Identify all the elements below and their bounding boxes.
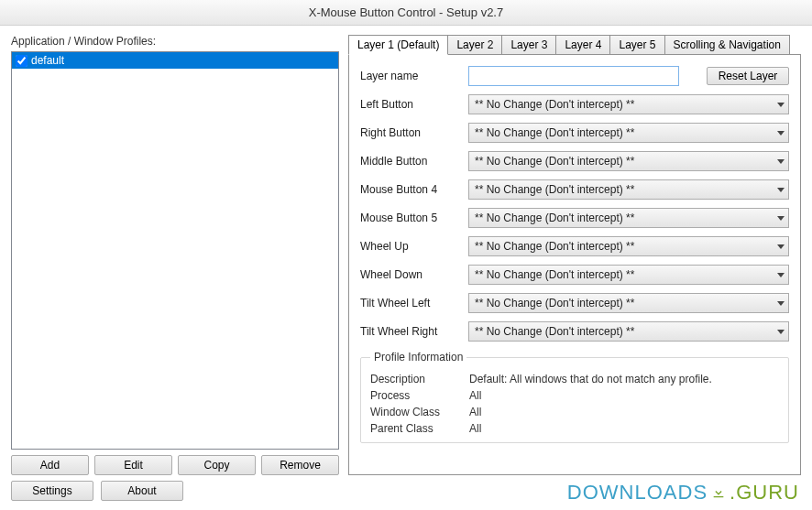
right-button-label: Right Button — [360, 126, 459, 139]
middle-button-combo[interactable]: ** No Change (Don't intercept) ** — [468, 151, 789, 171]
info-process: Process All — [370, 389, 779, 402]
profile-item-default[interactable]: default — [12, 52, 338, 69]
info-label: Window Class — [370, 406, 469, 418]
watermark-text-b: .GURU — [730, 481, 799, 505]
combo-value: ** No Change (Don't intercept) ** — [475, 155, 772, 168]
layer-name-input[interactable] — [468, 66, 679, 86]
middle-button-label: Middle Button — [360, 155, 459, 168]
wheel-up-label: Wheel Up — [360, 240, 459, 253]
chevron-down-icon — [777, 244, 785, 249]
main-row: Application / Window Profiles: default A… — [11, 35, 801, 475]
combo-value: ** No Change (Don't intercept) ** — [475, 212, 772, 224]
copy-button[interactable]: Copy — [178, 455, 256, 475]
combo-value: ** No Change (Don't intercept) ** — [475, 240, 772, 253]
window-body: Application / Window Profiles: default A… — [0, 26, 812, 510]
chevron-down-icon — [777, 131, 785, 136]
chevron-down-icon — [777, 330, 785, 334]
edit-button[interactable]: Edit — [94, 455, 172, 475]
chevron-down-icon — [777, 273, 785, 277]
profile-checkbox[interactable] — [16, 55, 27, 67]
wheel-down-combo[interactable]: ** No Change (Don't intercept) ** — [468, 265, 789, 285]
left-button-combo[interactable]: ** No Change (Don't intercept) ** — [468, 94, 789, 114]
layer-name-label: Layer name — [360, 70, 459, 82]
combo-value: ** No Change (Don't intercept) ** — [475, 183, 772, 196]
info-parent-class: Parent Class All — [370, 422, 779, 435]
info-description: Description Default: All windows that do… — [370, 373, 779, 385]
mouse-button-5-label: Mouse Button 5 — [360, 212, 459, 224]
profile-buttons: Add Edit Copy Remove — [11, 455, 339, 475]
tilt-left-label: Tilt Wheel Left — [360, 297, 459, 309]
watermark: DOWNLOADS .GURU — [567, 481, 799, 505]
about-button[interactable]: About — [101, 481, 183, 501]
layer-form: Layer name Reset Layer Left Button ** No… — [360, 66, 789, 342]
chevron-down-icon — [777, 159, 785, 164]
mouse-button-4-combo[interactable]: ** No Change (Don't intercept) ** — [468, 179, 789, 200]
info-value: All — [469, 389, 779, 402]
left-button-label: Left Button — [360, 98, 459, 111]
wheel-down-label: Wheel Down — [360, 268, 459, 281]
profile-name: default — [31, 54, 64, 67]
combo-value: ** No Change (Don't intercept) ** — [475, 268, 772, 281]
tab-layer3[interactable]: Layer 3 — [501, 35, 556, 54]
window-title: X-Mouse Button Control - Setup v2.7 — [0, 0, 812, 26]
tab-layer2[interactable]: Layer 2 — [447, 35, 502, 54]
tilt-left-combo[interactable]: ** No Change (Don't intercept) ** — [468, 293, 789, 313]
tab-layer4[interactable]: Layer 4 — [555, 35, 610, 54]
chevron-down-icon — [777, 188, 785, 192]
info-window-class: Window Class All — [370, 406, 779, 418]
wheel-up-combo[interactable]: ** No Change (Don't intercept) ** — [468, 236, 789, 256]
reset-layer-button[interactable]: Reset Layer — [707, 67, 789, 85]
tilt-right-label: Tilt Wheel Right — [360, 325, 459, 338]
layer-panel: Layer 1 (Default) Layer 2 Layer 3 Layer … — [348, 35, 801, 475]
add-button[interactable]: Add — [11, 455, 89, 475]
mouse-button-4-label: Mouse Button 4 — [360, 183, 459, 196]
tab-layer1[interactable]: Layer 1 (Default) — [348, 35, 448, 55]
info-value: All — [469, 406, 779, 418]
combo-value: ** No Change (Don't intercept) ** — [475, 297, 772, 309]
watermark-text-a: DOWNLOADS — [567, 481, 708, 505]
chevron-down-icon — [777, 216, 785, 221]
info-label: Process — [370, 389, 469, 402]
profiles-label: Application / Window Profiles: — [11, 35, 339, 48]
tab-strip: Layer 1 (Default) Layer 2 Layer 3 Layer … — [348, 35, 801, 54]
chevron-down-icon — [777, 301, 785, 306]
profile-info: Profile Information Description Default:… — [360, 351, 789, 443]
chevron-down-icon — [777, 103, 785, 107]
info-label: Parent Class — [370, 422, 469, 435]
tilt-right-combo[interactable]: ** No Change (Don't intercept) ** — [468, 321, 789, 342]
combo-value: ** No Change (Don't intercept) ** — [475, 98, 772, 111]
info-value: All — [469, 422, 779, 435]
combo-value: ** No Change (Don't intercept) ** — [475, 126, 772, 139]
info-label: Description — [370, 373, 469, 385]
profiles-panel: Application / Window Profiles: default A… — [11, 35, 339, 475]
combo-value: ** No Change (Don't intercept) ** — [475, 325, 772, 338]
info-value: Default: All windows that do not match a… — [469, 373, 779, 385]
tab-layer5[interactable]: Layer 5 — [609, 35, 664, 54]
tab-panel: Layer name Reset Layer Left Button ** No… — [348, 54, 801, 475]
right-button-combo[interactable]: ** No Change (Don't intercept) ** — [468, 123, 789, 143]
download-icon — [711, 485, 726, 500]
settings-button[interactable]: Settings — [11, 481, 93, 501]
mouse-button-5-combo[interactable]: ** No Change (Don't intercept) ** — [468, 208, 789, 228]
profile-list[interactable]: default — [11, 51, 339, 450]
tab-scrolling[interactable]: Scrolling & Navigation — [664, 35, 790, 54]
remove-button[interactable]: Remove — [261, 455, 339, 475]
profile-info-title: Profile Information — [370, 351, 466, 364]
